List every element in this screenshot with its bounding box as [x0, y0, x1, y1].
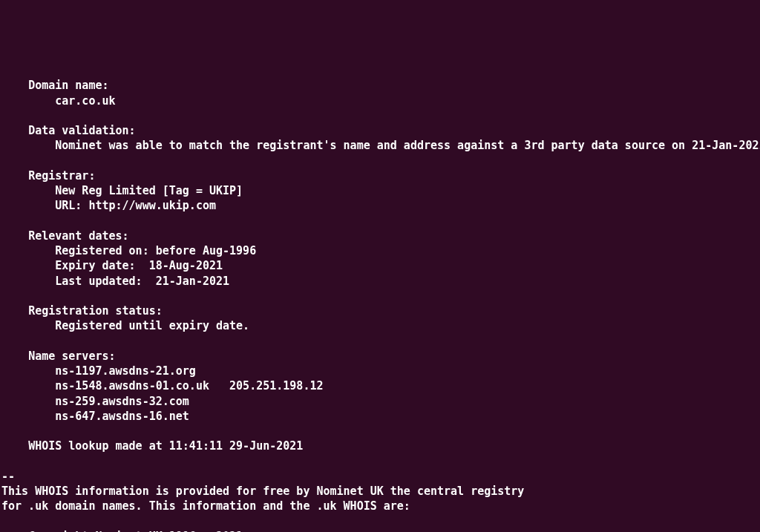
name-server-1: ns-1197.awsdns-21.org [55, 364, 196, 378]
data-validation-value: Nominet was able to match the registrant… [55, 139, 760, 152]
name-servers-label: Name servers: [28, 349, 115, 363]
name-server-4: ns-647.awsdns-16.net [55, 410, 189, 423]
info-line-1: This WHOIS information is provided for f… [1, 485, 524, 498]
info-line-2: for .uk domain names. This information a… [1, 499, 410, 513]
expiry-date: Expiry date: 18-Aug-2021 [55, 259, 223, 272]
registered-on: Registered on: before Aug-1996 [55, 244, 256, 257]
registration-status-value: Registered until expiry date. [55, 319, 249, 332]
data-validation-label: Data validation: [28, 124, 136, 137]
name-server-2: ns-1548.awsdns-01.co.uk 205.251.198.12 [55, 379, 323, 393]
separator: -- [1, 470, 15, 483]
domain-name-label: Domain name: [28, 79, 108, 92]
name-server-3: ns-259.awsdns-32.com [55, 395, 189, 408]
terminal-output: Domain name: car.co.uk Data validation: … [1, 63, 759, 532]
lookup-time: WHOIS lookup made at 11:41:11 29-Jun-202… [28, 439, 303, 453]
last-updated: Last updated: 21-Jan-2021 [55, 275, 229, 288]
registrar-name: New Reg Limited [Tag = UKIP] [55, 184, 243, 197]
domain-name-value: car.co.uk [55, 94, 115, 108]
relevant-dates-label: Relevant dates: [28, 229, 128, 243]
registration-status-label: Registration status: [28, 304, 163, 318]
registrar-url: URL: http://www.ukip.com [55, 199, 216, 212]
registrar-label: Registrar: [28, 169, 95, 183]
